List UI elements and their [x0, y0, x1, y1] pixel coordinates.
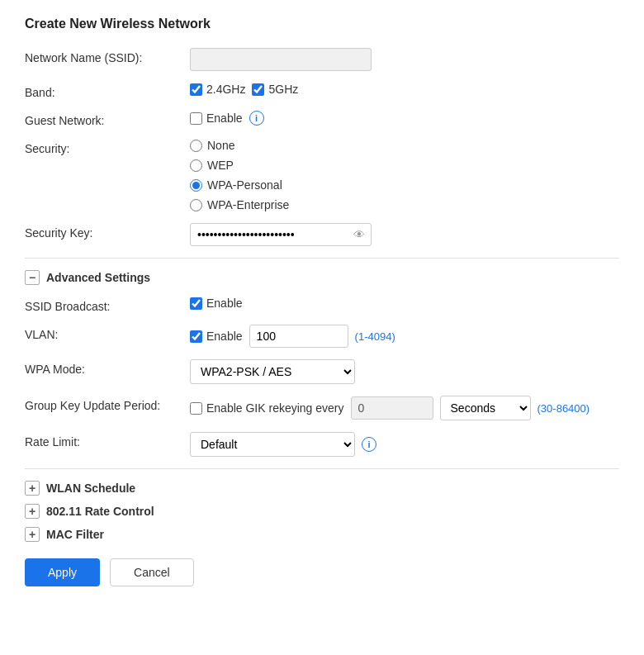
rate-control-title: 802.11 Rate Control [46, 505, 154, 518]
ssid-broadcast-row: SSID Broadcast: Enable [25, 297, 619, 313]
mac-filter-section: + MAC Filter [25, 527, 619, 542]
rate-control-expand-btn[interactable]: + [25, 504, 40, 519]
wpa-mode-select[interactable]: WPA2-PSK / AES WPA-PSK / TKIP WPA2-PSK /… [190, 359, 355, 384]
group-key-checkbox[interactable] [190, 402, 202, 415]
guest-network-enable-label[interactable]: Enable [190, 112, 243, 125]
rate-limit-select[interactable]: Default Custom [190, 432, 355, 457]
group-key-input[interactable] [351, 396, 433, 420]
network-name-label: Network Name (SSID): [25, 48, 190, 64]
group-key-range-text: (30-86400) [537, 402, 590, 415]
security-control: None WEP WPA-Personal WPA-Enterprise [190, 139, 289, 211]
security-wpa-enterprise-radio[interactable] [190, 199, 202, 211]
security-label: Security: [25, 139, 190, 155]
button-row: Apply Cancel [25, 558, 619, 586]
mac-filter-title: MAC Filter [46, 528, 104, 541]
guest-network-info-icon[interactable]: i [249, 111, 264, 126]
wpa-mode-row: WPA Mode: WPA2-PSK / AES WPA-PSK / TKIP … [25, 359, 619, 384]
security-wpa-personal-text: WPA-Personal [207, 178, 282, 192]
ssid-broadcast-control: Enable [190, 297, 243, 310]
band-row: Band: 2.4GHz 5GHz [25, 83, 619, 99]
security-wep-label[interactable]: WEP [190, 159, 289, 172]
rate-limit-control: Default Custom i [190, 432, 376, 457]
vlan-enable-text: Enable [206, 330, 243, 343]
apply-button[interactable]: Apply [25, 558, 100, 586]
band-24ghz-label[interactable]: 2.4GHz [190, 83, 245, 96]
security-wep-text: WEP [207, 159, 234, 172]
security-radio-group: None WEP WPA-Personal WPA-Enterprise [190, 139, 289, 211]
vlan-label: VLAN: [25, 325, 190, 341]
advanced-settings-title: Advanced Settings [46, 271, 150, 284]
band-24ghz-checkbox[interactable] [190, 83, 202, 96]
guest-network-control: Enable i [190, 111, 264, 126]
group-key-label: Group Key Update Period: [25, 396, 190, 412]
wpa-mode-control: WPA2-PSK / AES WPA-PSK / TKIP WPA2-PSK /… [190, 359, 355, 384]
page-title: Create New Wireless Network [25, 17, 619, 31]
ssid-input[interactable] [190, 48, 372, 71]
wlan-schedule-expand-btn[interactable]: + [25, 481, 40, 496]
security-key-row: Security Key: 👁 [25, 223, 619, 246]
group-key-enable-label[interactable]: Enable GIK rekeying every [190, 401, 344, 415]
group-key-row: Group Key Update Period: Enable GIK reke… [25, 396, 619, 420]
advanced-settings-collapse-btn[interactable]: − [25, 270, 40, 285]
advanced-settings-header: − Advanced Settings [25, 270, 619, 285]
security-none-label[interactable]: None [190, 139, 289, 152]
guest-network-row: Guest Network: Enable i [25, 111, 619, 127]
ssid-broadcast-checkbox[interactable] [190, 297, 202, 310]
security-wpa-personal-label[interactable]: WPA-Personal [190, 178, 289, 192]
vlan-control: Enable (1-4094) [190, 325, 395, 348]
wlan-schedule-title: WLAN Schedule [46, 482, 135, 495]
rate-limit-row: Rate Limit: Default Custom i [25, 432, 619, 457]
vlan-range-text: (1-4094) [355, 330, 395, 343]
network-name-row: Network Name (SSID): [25, 48, 619, 71]
group-key-control: Enable GIK rekeying every Seconds Minute… [190, 396, 590, 420]
guest-network-enable-text: Enable [206, 112, 243, 125]
vlan-input[interactable] [249, 325, 348, 348]
band-24ghz-text: 2.4GHz [206, 83, 245, 96]
band-5ghz-label[interactable]: 5GHz [252, 83, 298, 96]
security-row: Security: None WEP WPA-Personal WPA-Ente… [25, 139, 619, 211]
vlan-enable-label[interactable]: Enable [190, 330, 243, 343]
divider-2 [25, 468, 619, 469]
security-key-label: Security Key: [25, 223, 190, 240]
security-key-wrapper: 👁 [190, 223, 372, 246]
rate-limit-label: Rate Limit: [25, 432, 190, 449]
rate-limit-info-icon[interactable]: i [362, 437, 376, 452]
security-key-input[interactable] [190, 223, 372, 246]
ssid-broadcast-enable-text: Enable [206, 297, 243, 310]
security-key-control: 👁 [190, 223, 372, 246]
group-key-seconds-select[interactable]: Seconds Minutes [440, 396, 531, 420]
security-wpa-enterprise-text: WPA-Enterprise [207, 198, 289, 211]
band-control: 2.4GHz 5GHz [190, 83, 298, 96]
mac-filter-expand-btn[interactable]: + [25, 527, 40, 542]
security-wpa-enterprise-label[interactable]: WPA-Enterprise [190, 198, 289, 211]
security-wpa-personal-radio[interactable] [190, 179, 202, 192]
group-key-enable-text: Enable GIK rekeying every [206, 401, 344, 415]
ssid-broadcast-enable-label[interactable]: Enable [190, 297, 243, 310]
band-5ghz-text: 5GHz [268, 83, 298, 96]
network-name-control [190, 48, 372, 71]
band-label: Band: [25, 83, 190, 99]
security-wep-radio[interactable] [190, 159, 202, 172]
guest-network-checkbox[interactable] [190, 112, 202, 125]
password-toggle-icon[interactable]: 👁 [353, 228, 365, 241]
divider-1 [25, 258, 619, 259]
ssid-broadcast-label: SSID Broadcast: [25, 297, 190, 313]
band-5ghz-checkbox[interactable] [252, 83, 264, 96]
vlan-row: VLAN: Enable (1-4094) [25, 325, 619, 348]
security-none-radio[interactable] [190, 140, 202, 152]
cancel-button[interactable]: Cancel [110, 558, 194, 586]
vlan-enable-checkbox[interactable] [190, 330, 202, 343]
guest-network-label: Guest Network: [25, 111, 190, 127]
wpa-mode-label: WPA Mode: [25, 359, 190, 376]
rate-control-section: + 802.11 Rate Control [25, 504, 619, 519]
security-none-text: None [207, 139, 234, 152]
wlan-schedule-section: + WLAN Schedule [25, 481, 619, 496]
